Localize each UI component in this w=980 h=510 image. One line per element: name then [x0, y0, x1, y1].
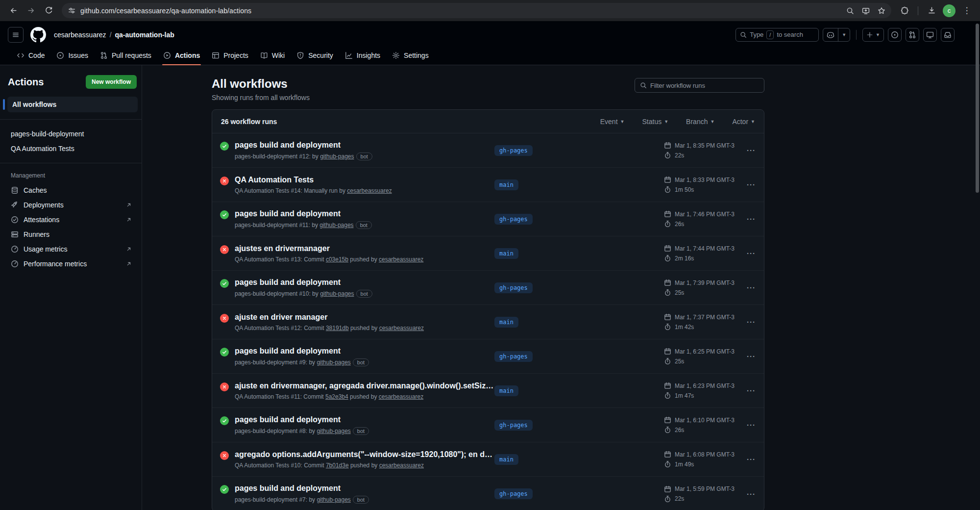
run-options-button[interactable]: ··· — [742, 352, 760, 360]
filter-status-dropdown[interactable]: Status▼ — [642, 118, 668, 126]
run-sub-link[interactable]: github-pages — [319, 222, 353, 229]
zoom-button[interactable] — [843, 4, 857, 18]
branch-badge[interactable]: main — [494, 454, 518, 465]
branch-badge[interactable]: main — [494, 248, 518, 259]
run-sub-link[interactable]: github-pages — [317, 496, 350, 503]
run-title-link[interactable]: pages build and deployment — [235, 141, 372, 150]
tab-settings[interactable]: Settings — [386, 51, 435, 65]
tab-security[interactable]: Security — [291, 51, 339, 65]
tab-pull-requests[interactable]: Pull requests — [94, 51, 157, 65]
browser-menu-button[interactable]: ⋮ — [958, 2, 975, 19]
run-sub-link[interactable]: cesarbeassuarez — [379, 462, 424, 469]
copilot-button[interactable]: ▼ — [823, 28, 850, 42]
downloads-button[interactable] — [923, 2, 940, 19]
sidebar-workflow-pages-build-deployment[interactable]: pages-build-deployment — [0, 127, 142, 141]
filter-event-dropdown[interactable]: Event▼ — [600, 118, 625, 126]
copilot-dropdown[interactable]: ▼ — [838, 28, 850, 41]
run-options-button[interactable]: ··· — [742, 421, 760, 429]
breadcrumb-owner-link[interactable]: cesarbeassuarez — [54, 31, 106, 39]
sidebar-item-attestations[interactable]: Attestations — [0, 212, 142, 227]
new-workflow-button[interactable]: New workflow — [86, 75, 137, 89]
run-title-link[interactable]: ajuste en drivermanager, agregada driver… — [235, 382, 494, 390]
sidebar-workflow-qa-automation-tests[interactable]: QA Automation Tests — [0, 141, 142, 156]
run-sub-link[interactable]: github-pages — [317, 428, 350, 434]
run-title-link[interactable]: pages build and deployment — [235, 415, 369, 424]
address-bar[interactable]: github.com/cesarbeassuarez/qa-automation… — [62, 3, 891, 18]
run-sub-link[interactable]: cesarbeassuarez — [379, 393, 423, 400]
tab-issues[interactable]: Issues — [50, 51, 94, 65]
run-options-button[interactable]: ··· — [742, 283, 760, 292]
run-title-link[interactable]: pages build and deployment — [235, 484, 369, 493]
bookmark-button[interactable] — [875, 4, 888, 18]
install-app-button[interactable] — [859, 4, 873, 18]
filter-branch-dropdown[interactable]: Branch▼ — [686, 118, 714, 126]
run-options-button[interactable]: ··· — [742, 318, 760, 326]
filter-actor-dropdown[interactable]: Actor▼ — [732, 118, 755, 126]
run-title-link[interactable]: pages build and deployment — [235, 209, 372, 218]
global-search-input[interactable]: Type / to search — [735, 28, 819, 42]
codespaces-header-button[interactable] — [923, 28, 937, 42]
run-options-button[interactable]: ··· — [742, 386, 760, 395]
run-sub-link[interactable]: github-pages — [317, 359, 350, 366]
branch-badge[interactable]: main — [494, 385, 518, 396]
branch-badge[interactable]: main — [494, 317, 518, 328]
github-logo[interactable] — [30, 27, 46, 43]
filter-workflow-runs-input[interactable] — [650, 82, 759, 89]
browser-reload-button[interactable] — [40, 2, 57, 19]
tab-actions[interactable]: Actions — [157, 51, 206, 65]
run-options-button[interactable]: ··· — [742, 215, 760, 223]
breadcrumb-repo-link[interactable]: qa-automation-lab — [115, 31, 174, 39]
issues-header-button[interactable] — [888, 28, 902, 42]
global-nav-menu-button[interactable] — [8, 27, 24, 43]
user-avatar[interactable] — [958, 28, 972, 42]
run-options-button[interactable]: ··· — [742, 180, 760, 189]
browser-profile-avatar[interactable]: c — [943, 4, 956, 17]
run-options-button[interactable]: ··· — [742, 146, 760, 154]
run-sub-link[interactable]: cesarbeassuarez — [379, 325, 424, 332]
sidebar-item-performance-metrics[interactable]: Performance metrics — [0, 256, 142, 271]
branch-badge[interactable]: gh-pages — [494, 282, 533, 293]
browser-back-button[interactable] — [5, 2, 22, 19]
run-title-link[interactable]: ajustes en drivermanager — [235, 244, 423, 253]
create-new-button[interactable]: ▼ — [862, 28, 884, 42]
sidebar-item-all-workflows[interactable]: All workflows — [7, 97, 138, 112]
run-title-link[interactable]: QA Automation Tests — [235, 176, 392, 184]
branch-badge[interactable]: gh-pages — [494, 488, 533, 499]
filter-workflow-runs-field[interactable] — [635, 78, 764, 93]
scrollbar-thumb[interactable] — [976, 24, 979, 193]
branch-badge[interactable]: main — [494, 179, 518, 190]
sidebar-item-deployments[interactable]: Deployments — [0, 198, 142, 212]
run-options-button[interactable]: ··· — [742, 249, 760, 257]
run-title-link[interactable]: ajuste en driver manager — [235, 313, 424, 322]
run-options-button[interactable]: ··· — [742, 490, 760, 498]
run-sub-link[interactable]: github-pages — [320, 153, 354, 160]
run-title-link[interactable]: pages build and deployment — [235, 347, 369, 356]
tab-code[interactable]: Code — [11, 51, 50, 65]
run-sub-link[interactable]: 7b01d3e — [326, 462, 349, 469]
tab-projects[interactable]: Projects — [206, 51, 254, 65]
run-sub-link[interactable]: c03e15b — [326, 256, 348, 263]
branch-badge[interactable]: gh-pages — [494, 145, 533, 156]
browser-forward-button[interactable] — [23, 2, 39, 19]
run-sub-link[interactable]: github-pages — [320, 290, 354, 297]
run-title-link[interactable]: agregado options.addArguments("--window-… — [235, 450, 494, 459]
tab-wiki[interactable]: Wiki — [254, 51, 291, 65]
branch-badge[interactable]: gh-pages — [494, 420, 533, 431]
url-text[interactable]: github.com/cesarbeassuarez/qa-automation… — [80, 7, 839, 15]
pull-requests-header-button[interactable] — [906, 28, 919, 42]
sidebar-item-usage-metrics[interactable]: Usage metrics — [0, 242, 142, 256]
run-sub-link[interactable]: cesarbeassuarez — [379, 256, 423, 263]
run-sub-link[interactable]: 5a2e3b4 — [325, 393, 348, 400]
run-options-button[interactable]: ··· — [742, 455, 760, 463]
extensions-button[interactable] — [896, 2, 913, 19]
sidebar-item-runners[interactable]: Runners — [0, 227, 142, 242]
notifications-inbox-button[interactable] — [941, 28, 955, 42]
site-info-icon[interactable] — [68, 6, 76, 15]
run-sub-link[interactable]: cesarbeassuarez — [347, 187, 392, 194]
branch-badge[interactable]: gh-pages — [494, 214, 533, 225]
run-title-link[interactable]: pages build and deployment — [235, 278, 372, 287]
tab-insights[interactable]: Insights — [339, 51, 386, 65]
sidebar-item-caches[interactable]: Caches — [0, 183, 142, 198]
branch-badge[interactable]: gh-pages — [494, 351, 533, 362]
run-sub-link[interactable]: 38191db — [326, 325, 349, 332]
